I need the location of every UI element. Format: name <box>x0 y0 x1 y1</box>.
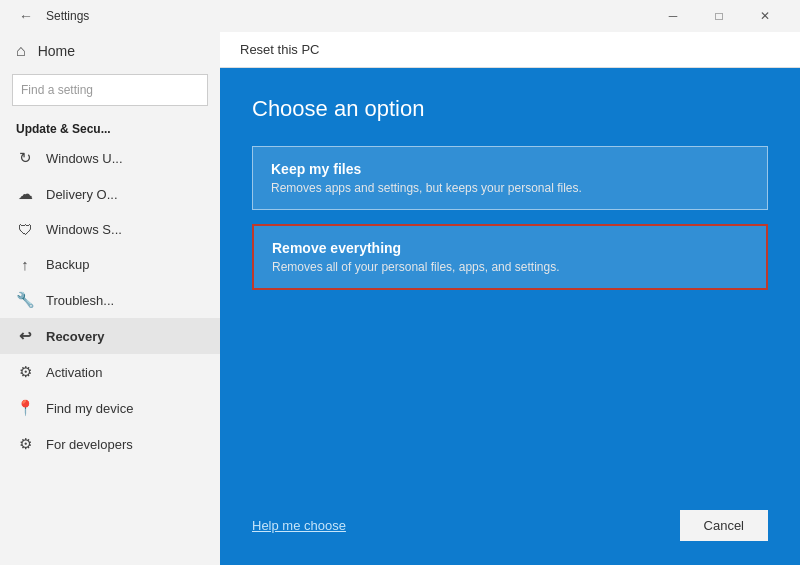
sidebar-item-windows-update[interactable]: ↻ Windows U... <box>0 140 220 176</box>
sidebar-item-backup[interactable]: ↑ Backup <box>0 247 220 282</box>
home-icon: ⌂ <box>16 42 26 60</box>
help-me-choose-link[interactable]: Help me choose <box>252 518 346 533</box>
keep-files-title: Keep my files <box>271 161 749 177</box>
sidebar-item-delivery[interactable]: ☁ Delivery O... <box>0 176 220 212</box>
panel-header-label: Reset this PC <box>240 42 319 57</box>
sidebar-section-label: Update & Secu... <box>0 114 220 140</box>
option-remove-everything[interactable]: Remove everything Removes all of your pe… <box>252 224 768 290</box>
back-button[interactable]: ← <box>12 2 40 30</box>
reset-panel: Reset this PC Choose an option Keep my f… <box>220 32 800 565</box>
remove-everything-title: Remove everything <box>272 240 748 256</box>
remove-everything-desc: Removes all of your personal files, apps… <box>272 260 748 274</box>
sidebar-item-recovery[interactable]: ↩ Recovery <box>0 318 220 354</box>
close-button[interactable]: ✕ <box>742 0 788 32</box>
sidebar-item-label: Troublesh... <box>46 293 114 308</box>
title-bar-text: Settings <box>46 9 89 23</box>
dialog-title: Choose an option <box>252 96 768 122</box>
window-controls: ─ □ ✕ <box>650 0 788 32</box>
sidebar-item-label: Delivery O... <box>46 187 118 202</box>
sidebar-item-label: For developers <box>46 437 133 452</box>
delivery-icon: ☁ <box>16 185 34 203</box>
sidebar-item-label: Backup <box>46 257 89 272</box>
sidebar-item-label: Find my device <box>46 401 133 416</box>
sidebar-item-label: Recovery <box>46 329 105 344</box>
sidebar-item-for-developers[interactable]: ⚙ For developers <box>0 426 220 462</box>
backup-icon: ↑ <box>16 256 34 273</box>
sidebar-item-label: Activation <box>46 365 102 380</box>
reset-panel-header: Reset this PC <box>220 32 800 68</box>
dialog-footer: Help me choose Cancel <box>252 494 768 541</box>
sidebar-item-label: Windows U... <box>46 151 123 166</box>
developers-icon: ⚙ <box>16 435 34 453</box>
sidebar-item-windows-security[interactable]: 🛡 Windows S... <box>0 212 220 247</box>
keep-files-desc: Removes apps and settings, but keeps you… <box>271 181 749 195</box>
minimize-button[interactable]: ─ <box>650 0 696 32</box>
activation-icon: ⚙ <box>16 363 34 381</box>
option-keep-files[interactable]: Keep my files Removes apps and settings,… <box>252 146 768 210</box>
reset-panel-body: Choose an option Keep my files Removes a… <box>220 68 800 565</box>
maximize-button[interactable]: □ <box>696 0 742 32</box>
content-area: Recovery Reset this PC Choose an option … <box>220 32 800 565</box>
sidebar: ⌂ Home Find a setting Update & Secu... ↻… <box>0 32 220 565</box>
recovery-icon: ↩ <box>16 327 34 345</box>
title-bar: ← Settings ─ □ ✕ <box>0 0 800 32</box>
shield-icon: 🛡 <box>16 221 34 238</box>
find-device-icon: 📍 <box>16 399 34 417</box>
sidebar-item-troubleshoot[interactable]: 🔧 Troublesh... <box>0 282 220 318</box>
sidebar-item-find-my-device[interactable]: 📍 Find my device <box>0 390 220 426</box>
cancel-button[interactable]: Cancel <box>680 510 768 541</box>
home-label: Home <box>38 43 75 59</box>
sidebar-item-home[interactable]: ⌂ Home <box>0 32 220 70</box>
windows-update-icon: ↻ <box>16 149 34 167</box>
sidebar-item-activation[interactable]: ⚙ Activation <box>0 354 220 390</box>
sidebar-item-label: Windows S... <box>46 222 122 237</box>
app-body: ⌂ Home Find a setting Update & Secu... ↻… <box>0 32 800 565</box>
search-placeholder: Find a setting <box>21 83 93 97</box>
search-box[interactable]: Find a setting <box>12 74 208 106</box>
troubleshoot-icon: 🔧 <box>16 291 34 309</box>
